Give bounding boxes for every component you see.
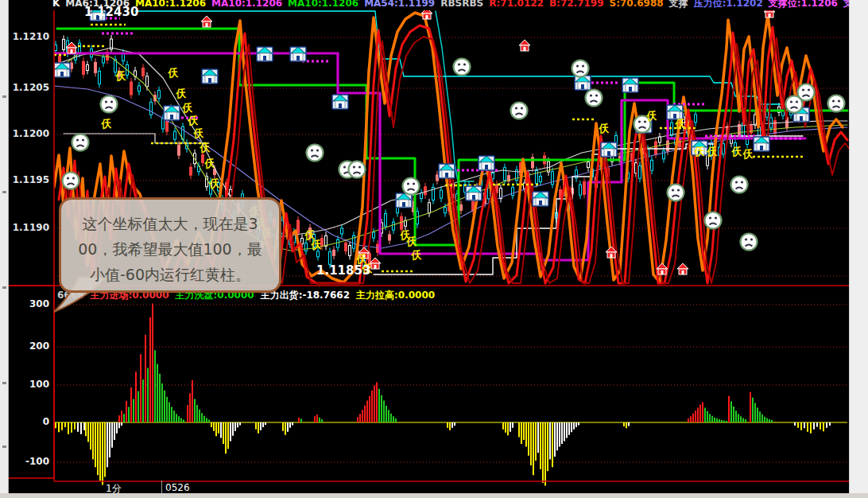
header-readout: MA10:1.1206: [211, 0, 282, 9]
edge-tick: [2, 191, 6, 193]
upper-axis-tick: 1.1195: [6, 174, 49, 185]
right-window-edge: [849, 0, 868, 498]
header-readout: MA10:1.1206: [135, 0, 206, 9]
upper-axis-tick: 1.1200: [6, 128, 49, 139]
bottom-window-edge: [0, 493, 868, 498]
lower-axis-tick: 0: [6, 416, 49, 427]
trading-app-window: 仸仸仸仸仸仸仸仸仸仸仸仸仸仸仸仸仸仸仸仸仸仸仸仸仸仸仸 KMA6:1.1206M…: [0, 0, 868, 498]
header-readout: 支撑: [669, 0, 688, 9]
left-window-edge: [0, 0, 9, 498]
annotation-bubble: 这个坐标值太大，现在是3 00，我希望最大值100，最 小值-60内运行红黄柱。: [59, 197, 281, 293]
header-readout: RBSRBS: [440, 0, 483, 9]
lower-axis-tick: 200: [6, 340, 49, 352]
edge-tick: [2, 95, 6, 98]
header-readout: MA54:1.1199: [364, 0, 435, 9]
lower-axis-tick: 100: [6, 379, 49, 390]
edge-tick: [2, 445, 6, 448]
upper-axis-tick: 1.1205: [6, 82, 49, 93]
header-readout: 压力位:1.1202: [694, 0, 763, 9]
header-readout: R:71.0122: [489, 0, 544, 9]
edge-tick: [2, 382, 6, 384]
bar-divider: [161, 480, 162, 493]
header-readout: S:70.6988: [610, 0, 664, 9]
price-annotation-high: 1.12430: [84, 5, 138, 19]
upper-axis-tick: 1.1210: [6, 31, 49, 42]
edge-tick: [2, 286, 6, 289]
header-readout: MA10:1.1206: [288, 0, 358, 9]
lower-axis-tick: 300: [6, 298, 49, 309]
bottom-status-bar: 1分 0526: [8, 480, 849, 493]
lower-header-readout: 主力拉高:0.0000: [356, 290, 435, 301]
upper-axis-tick: 1.1190: [6, 222, 49, 233]
header-readout: 支撑位:1.1206: [769, 0, 838, 9]
lower-axis-tick: -100: [6, 456, 49, 467]
price-annotation-low: 1.11853: [316, 263, 370, 278]
symbol-code-label[interactable]: 0526: [165, 482, 190, 493]
header-readout: B:72.7199: [549, 0, 604, 9]
indicator-header: KMA6:1.1206MA10:1.1206MA10:1.1206MA10:1.…: [52, 0, 868, 10]
header-readout: K: [52, 0, 60, 9]
